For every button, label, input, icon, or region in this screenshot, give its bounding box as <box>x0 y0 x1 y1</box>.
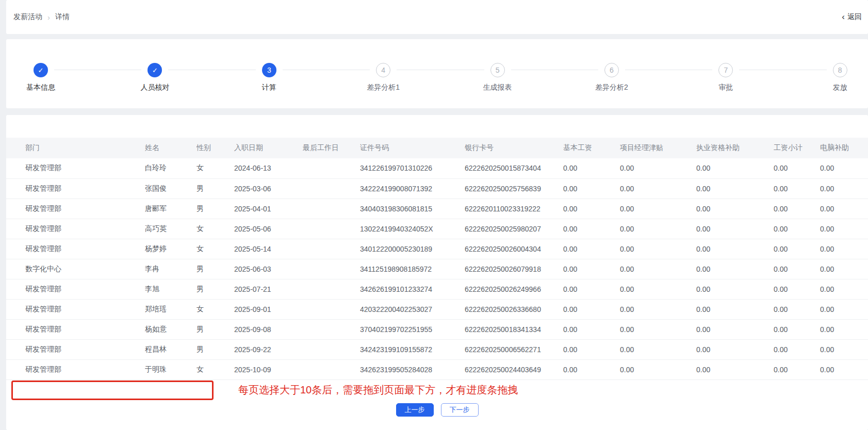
cell-computer_subsidy: 0.00 <box>820 359 868 379</box>
annotation-row: 每页选择大于10条后，需要拖到页面最下方，才有进度条拖拽 <box>6 380 868 401</box>
step-7: 7审批 <box>687 63 764 92</box>
cell-hire_date: 2025-07-21 <box>234 279 303 299</box>
cell-id_number: 370402199702251955 <box>360 319 465 339</box>
cell-salary_subtotal: 0.00 <box>774 239 820 259</box>
cell-salary_subtotal: 0.00 <box>774 158 820 178</box>
cell-computer_subsidy: 0.00 <box>820 339 868 359</box>
cell-salary_subtotal: 0.00 <box>774 178 820 199</box>
step-2: ✓人员核对 <box>116 63 193 92</box>
column-header-gender: 性别 <box>196 138 234 158</box>
breadcrumb: 发薪活动 › 详情 <box>13 12 70 22</box>
cell-id_number: 341226199701310226 <box>360 158 465 178</box>
cell-computer_subsidy: 0.00 <box>820 259 868 279</box>
cell-computer_subsidy: 0.00 <box>820 178 868 199</box>
cell-hire_date: 2025-06-03 <box>234 259 303 279</box>
cell-bank_card: 6222620250015873404 <box>465 158 563 178</box>
cell-bank_card: 6222620250006562271 <box>465 339 563 359</box>
step-label: 人员核对 <box>116 83 193 92</box>
cell-dept: 研发管理部 <box>6 339 145 359</box>
cell-base_salary: 0.00 <box>563 199 620 219</box>
step-number: 4 <box>376 63 390 77</box>
cell-hire_date: 2025-09-01 <box>234 299 303 319</box>
column-header-salary_subtotal: 工资小计 <box>774 138 820 158</box>
cell-bank_card: 6222620250025756839 <box>465 178 563 199</box>
cell-gender: 男 <box>196 279 234 299</box>
table-header-row: 部门姓名性别入职日期最后工作日证件号码银行卡号基本工资项目经理津贴执业资格补助工… <box>6 138 868 158</box>
breadcrumb-item-payroll-activity[interactable]: 发薪活动 <box>13 12 42 22</box>
cell-gender: 女 <box>196 219 234 239</box>
cell-base_salary: 0.00 <box>563 319 620 339</box>
cell-name: 李旭 <box>145 279 196 299</box>
column-header-computer_subsidy: 电脑补助 <box>820 138 868 158</box>
cell-computer_subsidy: 0.00 <box>820 279 868 299</box>
cell-dept: 研发管理部 <box>6 178 145 199</box>
column-header-base_salary: 基本工资 <box>563 138 620 158</box>
cell-bank_card: 6222620250025980207 <box>465 219 563 239</box>
cell-gender: 女 <box>196 158 234 178</box>
step-number: 7 <box>718 63 733 77</box>
cell-cert_subsidy: 0.00 <box>696 339 774 359</box>
cell-pm_allowance: 0.00 <box>620 279 696 299</box>
cell-salary_subtotal: 0.00 <box>774 279 820 299</box>
step-label: 差异分析1 <box>345 83 422 92</box>
cell-salary_subtotal: 0.00 <box>774 299 820 319</box>
cell-computer_subsidy: 0.00 <box>820 239 868 259</box>
cell-gender: 男 <box>196 319 234 339</box>
cell-pm_allowance: 0.00 <box>620 359 696 379</box>
cell-base_salary: 0.00 <box>563 239 620 259</box>
step-3: 3计算 <box>231 63 308 92</box>
column-header-hire_date: 入职日期 <box>234 138 303 158</box>
step-label: 发放 <box>801 83 868 92</box>
next-step-button[interactable]: 下一步 <box>441 403 479 417</box>
cell-hire_date: 2025-04-01 <box>234 199 303 219</box>
cell-pm_allowance: 0.00 <box>620 259 696 279</box>
back-button[interactable]: ‹ 返回 <box>842 12 862 22</box>
cell-bank_card: 6222620250018341334 <box>465 319 563 339</box>
breadcrumb-item-detail: 详情 <box>55 12 70 22</box>
cell-salary_subtotal: 0.00 <box>774 359 820 379</box>
cell-name: 杨如意 <box>145 319 196 339</box>
cell-cert_subsidy: 0.00 <box>696 279 774 299</box>
cell-cert_subsidy: 0.00 <box>696 239 774 259</box>
cell-base_salary: 0.00 <box>563 299 620 319</box>
cell-pm_allowance: 0.00 <box>620 339 696 359</box>
cell-cert_subsidy: 0.00 <box>696 158 774 178</box>
step-4: 4差异分析1 <box>345 63 422 92</box>
cell-hire_date: 2025-10-09 <box>234 359 303 379</box>
prev-step-button[interactable]: 上一步 <box>396 403 434 417</box>
cell-salary_subtotal: 0.00 <box>774 339 820 359</box>
cell-bank_card: 6222620250024403649 <box>465 359 563 379</box>
cell-gender: 女 <box>196 239 234 259</box>
column-header-cert_subsidy: 执业资格补助 <box>696 138 774 158</box>
cell-computer_subsidy: 0.00 <box>820 158 868 178</box>
cell-dept: 研发管理部 <box>6 158 145 178</box>
cell-hire_date: 2025-05-14 <box>234 239 303 259</box>
cell-name: 程昌林 <box>145 339 196 359</box>
column-header-bank_card: 银行卡号 <box>465 138 563 158</box>
step-check-icon: ✓ <box>34 63 48 77</box>
step-label: 审批 <box>687 83 764 92</box>
column-header-id_number: 证件号码 <box>360 138 465 158</box>
table-row: 研发管理部杨梦婷女2025-05-14340122200005230189622… <box>6 239 868 259</box>
cell-salary_subtotal: 0.00 <box>774 319 820 339</box>
table-row: 研发管理部郑培瑶女2025-09-01420322200402253027622… <box>6 299 868 319</box>
step-label: 生成报表 <box>459 83 536 92</box>
step-label: 计算 <box>231 83 308 92</box>
column-header-last_work_day: 最后工作日 <box>303 138 360 158</box>
cell-cert_subsidy: 0.00 <box>696 178 774 199</box>
step-number: 8 <box>833 63 847 77</box>
cell-id_number: 340403198306081815 <box>360 199 465 219</box>
column-header-dept: 部门 <box>6 138 145 158</box>
wizard-pager: 上一步 下一步 <box>6 403 868 417</box>
cell-cert_subsidy: 0.00 <box>696 299 774 319</box>
back-button-label: 返回 <box>847 12 862 22</box>
cell-id_number: 342623199505284028 <box>360 359 465 379</box>
table-row: 研发管理部张国俊男2025-03-06342224199008071392622… <box>6 178 868 199</box>
cell-bank_card: 6222620110023319222 <box>465 199 563 219</box>
cell-id_number: 420322200402253027 <box>360 299 465 319</box>
step-6: 6差异分析2 <box>573 63 650 92</box>
table-row: 研发管理部李旭男2025-07-213426261991012332746222… <box>6 279 868 299</box>
chevron-left-icon: ‹ <box>842 12 845 21</box>
cell-last_work_day <box>303 259 360 279</box>
cell-hire_date: 2025-05-06 <box>234 219 303 239</box>
